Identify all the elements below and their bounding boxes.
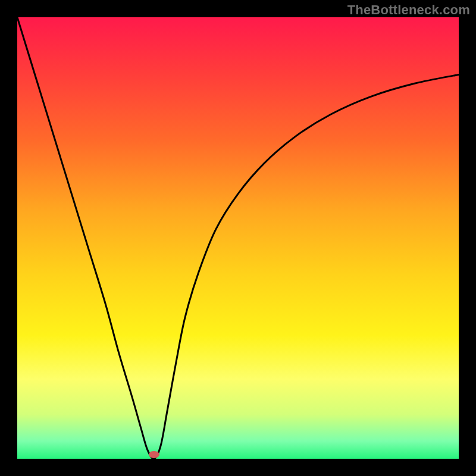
chart-frame: TheBottleneck.com: [0, 0, 476, 476]
bottleneck-curve: [17, 17, 459, 459]
plot-area: [17, 17, 459, 459]
trough-marker: [149, 451, 159, 458]
watermark-text: TheBottleneck.com: [347, 2, 470, 18]
